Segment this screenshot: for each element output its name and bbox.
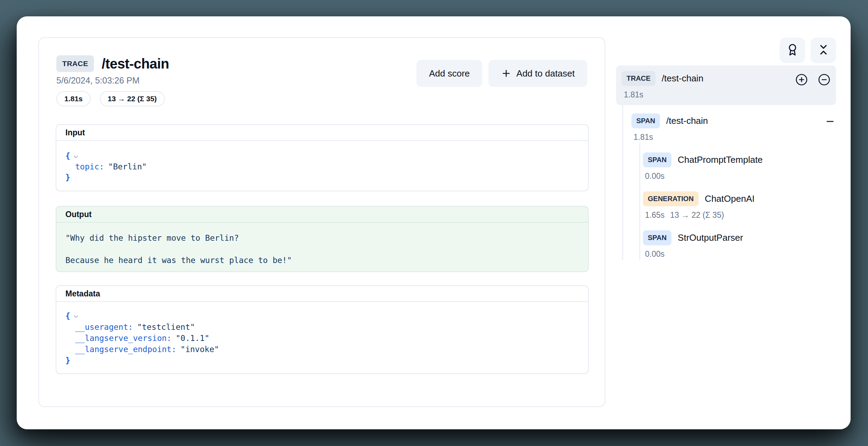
- tree-node-token-usage: 13 → 22 (Σ 35): [670, 210, 724, 220]
- metadata-json-viewer: { __useragent: "testclient" __langserve_…: [56, 302, 588, 366]
- tree-node-name: ChatPromptTemplate: [678, 154, 763, 165]
- json-value: "testclient": [137, 321, 195, 333]
- award-icon: [786, 43, 799, 57]
- generation-type-badge: GENERATION: [643, 191, 699, 206]
- input-panel-title: Input: [56, 125, 588, 141]
- metadata-panel-title: Metadata: [56, 286, 588, 302]
- plus-icon: [501, 68, 511, 79]
- output-content: "Why did the hipster move to Berlin? Bec…: [56, 223, 588, 266]
- input-json-viewer: { topic: "Berlin" }: [56, 141, 588, 183]
- json-key: topic:: [75, 161, 104, 172]
- metadata-panel: Metadata { __useragent: "testclient": [56, 285, 589, 374]
- tree-guide-line: [622, 105, 623, 260]
- tree-node-duration: 1.81s: [624, 90, 643, 99]
- output-line: Because he heard it was the wurst place …: [65, 255, 579, 266]
- sidebar-actions: [616, 38, 836, 63]
- tree-node-name: StrOutputParser: [678, 232, 743, 243]
- tree-node-duration: 1.81s: [634, 133, 653, 142]
- input-panel: Input { topic: "Berlin" }: [56, 124, 589, 191]
- tree-node-duration: 0.00s: [645, 172, 664, 181]
- page-title: /test-chain: [102, 56, 169, 72]
- span-type-badge: SPAN: [631, 113, 660, 128]
- collapse-node-icon[interactable]: [825, 116, 835, 127]
- tree-guide-line: [639, 143, 640, 260]
- add-to-dataset-label: Add to dataset: [516, 68, 575, 79]
- json-open-brace: {: [65, 310, 70, 321]
- tree-row-chatopenai[interactable]: GENERATION ChatOpenAI 1.65s 13 → 22 (Σ 3…: [643, 191, 836, 220]
- json-close-brace: }: [65, 172, 70, 183]
- app-window: TRACE /test-chain 5/6/2024, 5:03:26 PM 1…: [17, 16, 851, 429]
- tree-node-name: /test-chain: [666, 116, 708, 126]
- json-value: "Berlin": [108, 161, 147, 172]
- trace-header: TRACE /test-chain 5/6/2024, 5:03:26 PM 1…: [56, 55, 587, 106]
- tree-row-chatprompttemplate[interactable]: SPAN ChatPromptTemplate 0.00s: [643, 152, 836, 181]
- span-type-badge: SPAN: [643, 152, 671, 167]
- output-line: "Why did the hipster move to Berlin?: [65, 232, 579, 244]
- tree-node-name: ChatOpenAI: [705, 193, 755, 204]
- annotate-button[interactable]: [780, 38, 805, 63]
- collapse-panel-button[interactable]: [811, 38, 836, 63]
- tree-node-name: /test-chain: [662, 73, 703, 84]
- json-value: "0.1.1": [176, 333, 209, 344]
- json-value: "invoke": [181, 344, 219, 355]
- tree-row-span-test-chain[interactable]: SPAN /test-chain 1.81s: [631, 113, 836, 142]
- expand-all-icon[interactable]: [795, 73, 808, 86]
- chevron-down-icon[interactable]: [72, 153, 79, 160]
- chevrons-collapse-icon: [817, 43, 830, 57]
- tree-node-duration: 1.65s: [645, 210, 664, 220]
- trace-type-badge: TRACE: [56, 55, 94, 72]
- header-actions: Add score Add to dataset: [416, 60, 587, 87]
- chevron-down-icon[interactable]: [72, 313, 79, 320]
- latency-pill: 1.81s: [56, 91, 91, 106]
- output-panel: Output "Why did the hipster move to Berl…: [56, 206, 589, 272]
- tree-row-stroutputparser[interactable]: SPAN StrOutputParser 0.00s: [643, 230, 836, 259]
- add-to-dataset-button[interactable]: Add to dataset: [488, 60, 587, 87]
- json-key: __langserve_version:: [75, 333, 172, 344]
- json-key: __useragent:: [75, 321, 133, 333]
- output-panel-title: Output: [56, 207, 588, 223]
- tree-node-duration: 0.00s: [645, 249, 664, 259]
- trace-detail-card: TRACE /test-chain 5/6/2024, 5:03:26 PM 1…: [38, 37, 605, 407]
- trace-type-badge: TRACE: [622, 71, 655, 86]
- span-type-badge: SPAN: [643, 230, 671, 245]
- json-key: __langserve_endpoint:: [75, 344, 176, 355]
- token-usage-pill: 13 → 22 (Σ 35): [100, 91, 165, 106]
- collapse-all-icon[interactable]: [818, 73, 830, 86]
- add-score-button[interactable]: Add score: [416, 60, 482, 87]
- add-score-label: Add score: [429, 68, 470, 79]
- tree-row-trace[interactable]: TRACE /test-chain 1.81s: [616, 65, 836, 105]
- json-close-brace: }: [65, 355, 70, 366]
- trace-stats-row: 1.81s 13 → 22 (Σ 35): [56, 91, 587, 106]
- json-open-brace: {: [65, 151, 70, 161]
- trace-tree-sidebar: TRACE /test-chain 1.81s: [616, 38, 836, 259]
